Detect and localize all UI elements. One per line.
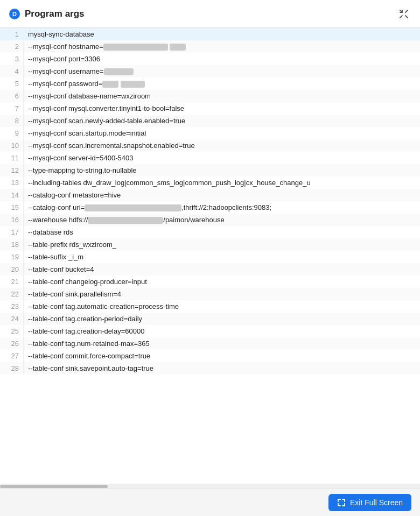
table-row: 20--table-conf bucket=4 [0,263,420,275]
table-row: 15--catalog-conf uri=,thrift://2:hadoopc… [0,201,420,214]
table-row: 17--database rds [0,226,420,238]
redacted-value [104,68,134,75]
line-content: --mysql-conf port=3306 [24,53,104,65]
line-number: 8 [0,115,24,127]
line-number: 21 [0,275,24,288]
table-row: 11--mysql-conf server-id=5400-5403 [0,152,420,164]
line-content: --table-conf changelog-producer=input [24,275,151,288]
line-content: --mysql-conf username= [24,65,138,77]
line-number: 7 [0,102,24,115]
line-content: --table-conf sink.savepoint.auto-tag=tru… [24,362,158,374]
table-row: 2--mysql-conf hostname= [0,40,420,53]
table-row: 28--table-conf sink.savepoint.auto-tag=t… [0,362,420,374]
line-number: 3 [0,53,24,65]
line-content: --table-conf tag.creation-period=daily [24,313,146,325]
line-content: --table-conf bucket=4 [24,263,98,275]
scrollbar-thumb[interactable] [0,485,108,488]
line-content: --table-conf commit.force-compact=true [24,350,155,362]
app-icon: D [9,8,20,20]
line-content: --mysql-conf mysql.converter.tinyint1-to… [24,102,188,115]
program-args-window: D Program args 1mysql-sync-database2--my… [0,0,420,516]
table-row: 9--mysql-conf scan.startup.mode=initial [0,127,420,139]
line-content: --table-conf sink.parallelism=4 [24,288,125,300]
line-content: --including-tables dw_draw_log|common_sm… [24,176,315,189]
line-content: --catalog-conf uri=,thrift://2:hadoopcli… [24,201,276,214]
line-number: 24 [0,313,24,325]
table-row: 10--mysql-conf scan.incremental.snapshot… [0,139,420,152]
table-row: 13--including-tables dw_draw_log|common_… [0,176,420,189]
lines-list: 1mysql-sync-database2--mysql-conf hostna… [0,28,420,374]
line-number: 20 [0,263,24,275]
line-number: 18 [0,238,24,251]
table-row: 27--table-conf commit.force-compact=true [0,350,420,362]
redacted-value [170,44,186,51]
line-number: 13 [0,176,24,189]
line-content: --table-conf tag.automatic-creation=proc… [24,300,183,313]
line-number: 26 [0,337,24,350]
line-number: 15 [0,201,24,214]
line-number: 2 [0,40,24,53]
page-title: Program args [25,9,85,19]
table-row: 24--table-conf tag.creation-period=daily [0,313,420,325]
line-number: 22 [0,288,24,300]
table-row: 7--mysql-conf mysql.converter.tinyint1-t… [0,102,420,115]
line-content: --database rds [24,226,78,238]
line-content: mysql-sync-database [24,28,99,40]
line-number: 23 [0,300,24,313]
table-row: 26--table-conf tag.num-retained-max=365 [0,337,420,350]
line-content: --mysql-conf password= [24,77,149,90]
line-number: 5 [0,77,24,90]
line-number: 1 [0,28,24,40]
line-number: 4 [0,65,24,77]
title-bar: D Program args [0,0,420,28]
line-content: --type-mapping to-string,to-nullable [24,164,141,176]
line-number: 17 [0,226,24,238]
line-content: --table-conf tag.num-retained-max=365 [24,337,154,350]
table-row: 8--mysql-conf scan.newly-added-table.ena… [0,115,420,127]
line-content: --catalog-conf metastore=hive [24,189,125,201]
line-number: 11 [0,152,24,164]
table-row: 16--warehouse hdfs:///paimon/warehouse [0,214,420,226]
line-number: 28 [0,362,24,374]
line-content: --warehouse hdfs:///paimon/warehouse [24,214,229,226]
horizontal-scrollbar[interactable] [0,484,420,488]
line-number: 14 [0,189,24,201]
footer-bar: Exit Full Screen [0,488,420,516]
exit-fullscreen-button[interactable]: Exit Full Screen [328,494,411,511]
table-row: 12--type-mapping to-string,to-nullable [0,164,420,176]
exit-fullscreen-label: Exit Full Screen [350,498,403,507]
redacted-value [121,81,145,88]
line-number: 19 [0,251,24,263]
table-row: 23--table-conf tag.automatic-creation=pr… [0,300,420,313]
redacted-value [103,44,168,51]
line-number: 10 [0,139,24,152]
line-content: --table-prefix rds_wxziroom_ [24,238,121,251]
table-row: 21--table-conf changelog-producer=input [0,275,420,288]
line-number: 12 [0,164,24,176]
table-row: 25--table-conf tag.creation-delay=60000 [0,325,420,337]
table-row: 1mysql-sync-database [0,28,420,40]
compress-icon [398,9,409,19]
table-row: 4--mysql-conf username= [0,65,420,77]
table-row: 3--mysql-conf port=3306 [0,53,420,65]
table-row: 22--table-conf sink.parallelism=4 [0,288,420,300]
line-number: 6 [0,90,24,102]
redacted-value [85,204,181,211]
table-row: 19--table-suffix _i_m [0,251,420,263]
table-row: 6--mysql-conf database-name=wxziroom [0,90,420,102]
table-row: 18--table-prefix rds_wxziroom_ [0,238,420,251]
redacted-value [102,81,118,88]
line-number: 25 [0,325,24,337]
code-container: 1mysql-sync-database2--mysql-conf hostna… [0,28,420,484]
table-row: 5--mysql-conf password= [0,77,420,90]
line-content: --table-conf tag.creation-delay=60000 [24,325,149,337]
close-button[interactable] [396,6,411,22]
line-content: --mysql-conf hostname= [24,40,190,53]
line-content: --table-suffix _i_m [24,251,88,263]
redacted-value [88,217,163,224]
table-row: 14--catalog-conf metastore=hive [0,189,420,201]
title-left: D Program args [9,8,85,20]
line-content: --mysql-conf server-id=5400-5403 [24,152,137,164]
svg-text:D: D [12,11,17,17]
line-number: 16 [0,214,24,226]
